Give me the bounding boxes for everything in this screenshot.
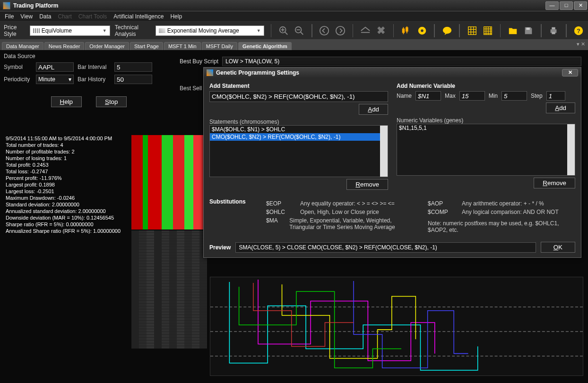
- ok-button[interactable]: OK: [541, 242, 575, 253]
- menu-chart-tools: Chart Tools: [78, 13, 107, 20]
- menu-chart: Chart: [58, 13, 72, 20]
- ta-label: Technical Analysis: [115, 24, 151, 37]
- scrollbar[interactable]: [380, 126, 388, 177]
- max-input[interactable]: [459, 91, 485, 101]
- trade-stats-text: 9/5/2014 11:55:00 AM to 9/5/2014 4:00:00…: [6, 135, 121, 234]
- eye-icon[interactable]: [360, 24, 371, 38]
- dialog-titlebar[interactable]: Genetic Programming Settings ✕: [204, 68, 581, 78]
- list-item[interactable]: $N1,15,5,1: [397, 124, 575, 132]
- window-titlebar: Trading Platform — □ ✕: [0, 0, 588, 11]
- cancel-icon[interactable]: ✖: [375, 24, 386, 38]
- separator: [566, 24, 567, 37]
- periodicity-select[interactable]: Minute▾: [36, 75, 74, 84]
- fitness-heatmap: [131, 135, 207, 230]
- document-tabs: Data Manager News Reader Order Manager S…: [0, 40, 588, 50]
- menu-view[interactable]: View: [20, 13, 33, 20]
- name-input[interactable]: [415, 91, 441, 101]
- list-item[interactable]: $MA($OHLC, $N1) > $OHLC: [210, 126, 388, 133]
- preview-label: Preview: [209, 244, 231, 251]
- close-button[interactable]: ✕: [574, 1, 587, 10]
- tab-news-reader[interactable]: News Reader: [44, 42, 85, 50]
- tab-order-manager[interactable]: Order Manager: [85, 42, 129, 50]
- menu-ai[interactable]: Artificial Intelligence: [113, 13, 164, 20]
- back-icon[interactable]: [319, 24, 330, 38]
- subst-key: $COMP: [428, 209, 454, 215]
- history-label: Bar History: [78, 76, 111, 83]
- statements-listbox[interactable]: $MA($OHLC, $N1) > $OHLC CMO($OHLC, $N2) …: [209, 125, 388, 177]
- remove-statement-button[interactable]: Remove: [346, 179, 388, 190]
- zoom-in-icon[interactable]: [278, 24, 289, 38]
- subst-key: $EOP: [266, 200, 293, 207]
- price-style-select[interactable]: EquiVolume ▼: [30, 26, 110, 36]
- list-item[interactable]: CMO($OHLC, $N2) > REF(CMO($OHLC, $N2), -…: [210, 133, 388, 141]
- step-label: Step: [531, 93, 543, 99]
- candles-icon[interactable]: [400, 24, 411, 38]
- tab-msft-daily[interactable]: MSFT Daily: [202, 42, 237, 50]
- best-buy-label: Best Buy Script: [180, 58, 218, 65]
- tab-start-page[interactable]: Start Page: [130, 42, 163, 50]
- subst-desc: Any equality operator: < > = <> >= <=: [300, 200, 395, 207]
- grid2-icon[interactable]: [482, 24, 493, 38]
- zoom-out-icon[interactable]: [294, 24, 305, 38]
- line-icon: [159, 28, 165, 33]
- numvars-listbox[interactable]: $N1,15,5,1: [397, 124, 575, 176]
- open-icon[interactable]: [507, 24, 518, 38]
- svg-line-5: [301, 32, 303, 34]
- tab-menu-icon[interactable]: ▾ ✕: [577, 41, 585, 47]
- add-statement-button[interactable]: Add: [359, 104, 388, 115]
- tab-msft-1min[interactable]: MSFT 1 Min: [164, 42, 201, 50]
- svg-rect-33: [552, 32, 555, 34]
- print-icon[interactable]: [548, 24, 559, 38]
- forward-icon[interactable]: [335, 24, 346, 38]
- subst-title: Substitutions: [209, 198, 252, 205]
- main-toolbar: Price Style EquiVolume ▼ Technical Analy…: [0, 22, 588, 40]
- maximize-button[interactable]: □: [560, 1, 573, 10]
- save-icon[interactable]: [523, 24, 534, 38]
- app-icon: [3, 2, 10, 9]
- help-button[interactable]: Help: [51, 96, 82, 107]
- step-input[interactable]: [546, 91, 565, 101]
- subst-key: $OHLC: [266, 209, 293, 215]
- price-style-label: Price Style: [4, 24, 25, 37]
- interval-label: Bar Interval: [78, 64, 111, 70]
- chart-lines: [210, 277, 583, 377]
- scan-icon[interactable]: [416, 24, 427, 38]
- grid1-icon[interactable]: [467, 24, 477, 38]
- min-input[interactable]: [502, 91, 527, 101]
- stop-button[interactable]: Stop: [96, 96, 127, 107]
- dialog-close-button[interactable]: ✕: [562, 69, 578, 77]
- scrollbar[interactable]: [567, 124, 575, 175]
- svg-rect-32: [552, 27, 555, 29]
- history-input[interactable]: [114, 75, 152, 84]
- menu-help[interactable]: Help: [170, 13, 182, 20]
- statement-input[interactable]: [209, 91, 388, 102]
- menu-data[interactable]: Data: [39, 13, 51, 20]
- tab-genetic-algorithm[interactable]: Genetic Algorithm: [238, 42, 292, 50]
- genetic-settings-dialog: Genetic Programming Settings ✕ Add State…: [203, 67, 581, 258]
- fitness-grid-lower: [131, 230, 207, 349]
- subst-note: Note: numeric postfixes may be used, e.g…: [428, 220, 575, 233]
- svg-point-7: [320, 26, 329, 34]
- data-source-panel: Data Source Symbol Bar Interval Periodic…: [4, 53, 174, 110]
- ta-select[interactable]: Exponential Moving Average ▼: [156, 26, 264, 36]
- help-globe-icon[interactable]: ?: [573, 24, 584, 38]
- data-source-title: Data Source: [4, 53, 174, 60]
- svg-point-8: [336, 26, 345, 34]
- tab-data-manager[interactable]: Data Manager: [2, 42, 43, 50]
- separator: [393, 24, 394, 37]
- preview-value: SMA(CLOSE, 5) > CLOSE CMO(CLOSE, $N2) > …: [235, 242, 536, 253]
- separator: [500, 24, 501, 37]
- numvars-label: Numeric Variables (genes): [397, 117, 575, 124]
- remove-numvar-button[interactable]: Remove: [534, 178, 575, 188]
- dialog-icon: [207, 69, 213, 76]
- menu-file[interactable]: File: [5, 13, 14, 20]
- add-numvar-title: Add Numeric Variable: [397, 83, 575, 89]
- chat-icon[interactable]: [441, 24, 452, 38]
- symbol-input[interactable]: [36, 62, 74, 72]
- add-numvar-button[interactable]: Add: [546, 102, 575, 113]
- subst-desc: Any logical comparison: AND OR NOT: [462, 209, 559, 215]
- minimize-button[interactable]: —: [545, 1, 559, 10]
- svg-point-16: [442, 26, 451, 34]
- chevron-down-icon: ▼: [103, 28, 107, 33]
- periodicity-value: Minute: [38, 76, 55, 83]
